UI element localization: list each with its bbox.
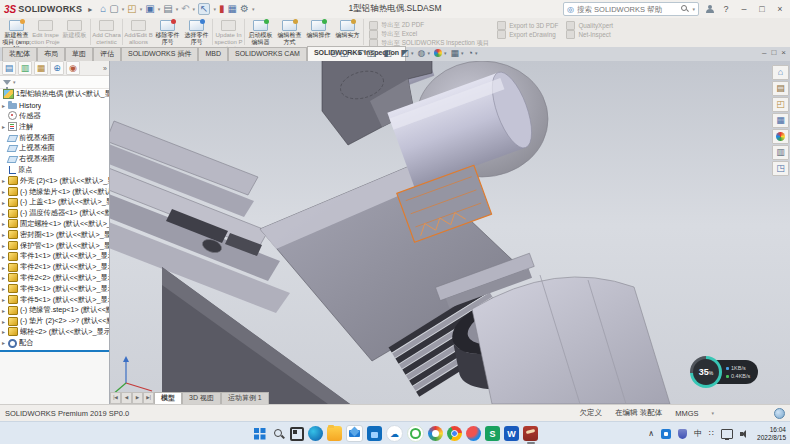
tree-item[interactable]: ▸零件2<2> (默认<<默认>_显示状 <box>0 273 109 284</box>
edit-appearance-icon[interactable] <box>434 49 442 57</box>
tab-SOLIDWORKS CAM[interactable]: SOLIDWORKS CAM <box>228 47 307 61</box>
tree-item[interactable]: ▸零件1<1> (默认<<默认>_显示状 <box>0 251 109 262</box>
dropdown-caret-icon[interactable]: ▾ <box>394 50 397 56</box>
taskbar-wps-icon[interactable]: S <box>485 426 500 441</box>
home-icon[interactable]: ⌂ <box>100 4 106 14</box>
dropdown-caret-icon[interactable]: ▾ <box>176 6 179 12</box>
taskbar-app-sphere-icon[interactable] <box>466 426 481 441</box>
dropdown-caret-icon[interactable]: ▾ <box>193 6 196 12</box>
taskbar-edge-icon[interactable] <box>308 426 323 441</box>
undo-icon[interactable]: ↶ <box>181 4 189 14</box>
previous-view-icon[interactable]: ↶ <box>357 48 365 58</box>
dropdown-caret-icon[interactable]: ▾ <box>444 50 447 56</box>
taskbar-chrome-icon[interactable] <box>447 426 462 441</box>
tree-item[interactable]: 右视基准面 <box>0 154 109 165</box>
tree-item[interactable]: ▸(-) 绝缘垫片<1> (默认<<默认>_显 <box>0 186 109 197</box>
display-settings-icon[interactable]: ▦ <box>228 4 237 14</box>
configurationmanager-tab-icon[interactable]: ▦ <box>34 61 48 75</box>
dropdown-caret-icon[interactable]: ▾ <box>213 6 216 12</box>
print-icon[interactable]: ▤ <box>163 4 172 14</box>
speed-monitor-widget[interactable]: 1KB/s 0.4KB/s 35% <box>690 356 760 388</box>
taskbar-store-icon[interactable] <box>367 426 382 441</box>
clock[interactable]: 16:04 2022/8/15 <box>757 426 786 441</box>
sheet-nav-icon[interactable]: ◀ <box>121 392 132 404</box>
featuremanager-tab-icon[interactable]: ▤ <box>2 61 16 75</box>
dropdown-caret-icon[interactable]: ▾ <box>350 50 353 56</box>
apply-scene-icon[interactable]: ▦ <box>450 48 459 58</box>
custom-properties-icon[interactable]: ▥ <box>772 145 789 160</box>
taskbar-app-green-icon[interactable] <box>407 425 424 442</box>
solidworks-forum-icon[interactable]: ◳ <box>772 161 789 176</box>
select-icon[interactable]: ↖ <box>198 3 210 15</box>
tab-评估[interactable]: 评估 <box>93 47 121 61</box>
tree-item[interactable]: ▸密封圈<1> (默认<<默认>_显示状 <box>0 229 109 240</box>
taskbar-start-icon[interactable] <box>252 426 267 441</box>
dimxpertmanager-tab-icon[interactable]: ⊕ <box>50 61 64 75</box>
menu-expand-arrow-icon[interactable]: ▸ <box>88 5 92 14</box>
cad-model[interactable] <box>110 61 670 404</box>
propertymanager-tab-icon[interactable]: ▥ <box>18 61 32 75</box>
taskbar-mail-icon[interactable] <box>346 425 363 442</box>
taskbar-browser-360-icon[interactable] <box>428 426 443 441</box>
tree-item[interactable]: ▸(-) 温度传感器<1> (默认<<默认>_ <box>0 208 109 219</box>
search-caret-icon[interactable]: ▾ <box>692 6 695 12</box>
dropdown-caret-icon[interactable]: ▾ <box>377 50 380 56</box>
view-settings-icon[interactable]: ◔ <box>467 48 472 58</box>
status-globe-icon[interactable] <box>774 408 785 419</box>
tree-item[interactable]: 原点 <box>0 165 109 176</box>
doc-close-button[interactable]: × <box>781 48 786 57</box>
zoom-fit-icon[interactable]: ◎ <box>330 48 338 58</box>
tree-item[interactable]: ▸(-) 上盖<1> (默认<<默认>_显示状 <box>0 197 109 208</box>
tree-item[interactable]: 传感器 <box>0 111 109 122</box>
appearances-scenes-icon[interactable] <box>772 129 789 144</box>
options-icon[interactable]: ⚙ <box>240 4 249 14</box>
taskbar-solidworks-icon[interactable] <box>523 426 538 441</box>
open-icon[interactable]: ◰ <box>127 4 136 14</box>
tree-item[interactable]: 前视基准面 <box>0 132 109 143</box>
dropdown-caret-icon[interactable]: ▾ <box>252 6 255 12</box>
save-icon[interactable]: ▣ <box>145 4 154 14</box>
display-style-icon[interactable]: ◩ <box>401 48 410 58</box>
tray-chevron-icon[interactable]: ∧ <box>648 429 654 438</box>
tree-item[interactable]: ▸外壳 (2)<1> (默认<<默认>_显示状 <box>0 175 109 186</box>
tree-item[interactable]: ▸保护管<1> (默认<<默认>_显示状 <box>0 240 109 251</box>
taskbar-onedrive-icon[interactable]: ☁ <box>386 425 403 442</box>
network-icon[interactable] <box>721 429 733 439</box>
zoom-area-icon[interactable]: ◱ <box>340 48 349 58</box>
taskbar-file-explorer-icon[interactable] <box>327 426 342 441</box>
remove-balloons-button[interactable]: 移除零件序号 <box>153 19 182 47</box>
tab-草图[interactable]: 草图 <box>65 47 93 61</box>
taskbar-task-view-icon[interactable] <box>290 427 304 441</box>
tree-root-item[interactable]: 1型铝轴热电偶 (默认<默认_显示状态-1 <box>0 89 109 100</box>
tree-item[interactable]: ▸History <box>0 100 109 111</box>
tree-item[interactable]: ▸配合 <box>0 337 109 348</box>
edit-specifications-button[interactable]: 编辑实方 <box>333 19 362 47</box>
sheet-tab-2[interactable]: 3D 视图 <box>182 392 221 404</box>
dropdown-caret-icon[interactable]: ▾ <box>475 50 478 56</box>
ime-indicator[interactable]: 中 <box>694 428 702 439</box>
tray-app-icon[interactable] <box>661 429 671 439</box>
view-palette-icon[interactable]: ▦ <box>772 113 789 128</box>
cad-model-canvas[interactable] <box>110 61 790 404</box>
view-orientation-icon[interactable]: ◧ <box>383 48 392 58</box>
file-explorer-icon[interactable]: ◰ <box>772 97 789 112</box>
help-search-box[interactable]: ◎ ▾ <box>563 2 699 16</box>
taskbar-word-icon[interactable]: W <box>504 426 519 441</box>
tab-装配体[interactable]: 装配体 <box>2 47 37 61</box>
design-library-icon[interactable]: ▤ <box>772 81 789 96</box>
displaymanager-tab-icon[interactable]: ◉ <box>66 61 80 75</box>
doc-restore-button[interactable]: □ <box>771 48 776 57</box>
tab-SOLIDWORKS 插件[interactable]: SOLIDWORKS 插件 <box>121 47 198 61</box>
dropdown-caret-icon[interactable]: ▾ <box>411 50 414 56</box>
dropdown-caret-icon[interactable]: ▾ <box>122 6 125 12</box>
solidworks-resources-icon[interactable]: ⌂ <box>772 65 789 80</box>
filter-caret-icon[interactable]: ▾ <box>13 79 16 85</box>
model-lower-cylinder[interactable] <box>472 275 670 404</box>
help-button[interactable]: ? <box>720 4 732 14</box>
edit-operations-button[interactable]: 编辑操作 <box>304 19 333 47</box>
search-icon[interactable] <box>681 5 689 13</box>
tree-item[interactable]: ▸(-) 绝缘管.step<1> (默认<<默认> <box>0 305 109 316</box>
tree-item[interactable]: ▸零件5<1> (默认<<默认>_显示状 <box>0 294 109 305</box>
sheet-tab-1[interactable]: 模型 <box>154 392 182 404</box>
launch-template-editor-button[interactable]: 启动模板编辑器 <box>246 19 275 47</box>
